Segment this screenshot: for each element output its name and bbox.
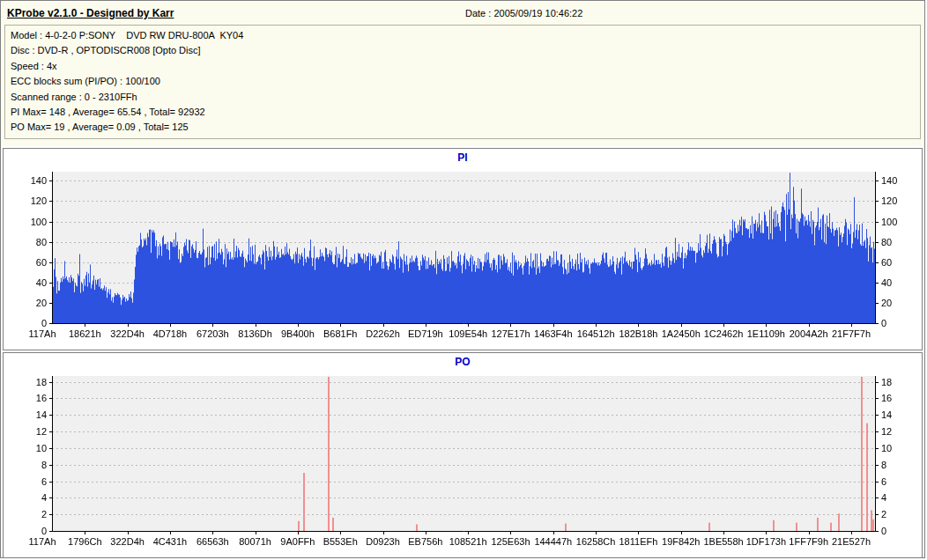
app-title: KProbe v2.1.0 - Designed by Karr <box>7 7 174 19</box>
header: KProbe v2.1.0 - Designed by Karr Date : … <box>4 4 922 23</box>
info-line-disc: Disc : DVD-R , OPTODISCR008 [Opto Disc] <box>11 43 915 58</box>
kprobe-window: KProbe v2.1.0 - Designed by Karr Date : … <box>0 0 925 558</box>
pi-chart-canvas <box>4 166 923 350</box>
info-line-model: Model : 4-0-2-0 P:SONY DVD RW DRU-800A K… <box>11 28 915 43</box>
po-chart-panel: PO <box>3 352 923 558</box>
po-chart-canvas <box>4 371 923 557</box>
info-line-ecc: ECC blocks sum (PI/PO) : 100/100 <box>11 74 915 89</box>
scan-date: Date : 2005/09/19 10:46:22 <box>465 8 582 18</box>
scan-info-section: KProbe v2.1.0 - Designed by Karr Date : … <box>2 2 923 146</box>
info-line-pi-stats: PI Max= 148 , Average= 65.54 , Total= 92… <box>11 105 915 120</box>
pi-chart-title: PI <box>4 149 922 166</box>
po-chart-title: PO <box>4 353 922 371</box>
pi-chart-panel: PI <box>3 148 923 350</box>
info-line-po-stats: PO Max= 19 , Average= 0.09 , Total= 125 <box>11 120 915 135</box>
info-line-speed: Speed : 4x <box>11 59 915 74</box>
info-panel: Model : 4-0-2-0 P:SONY DVD RW DRU-800A K… <box>4 25 921 139</box>
info-line-scanned-range: Scanned range : 0 - 2310FFh <box>11 90 915 105</box>
